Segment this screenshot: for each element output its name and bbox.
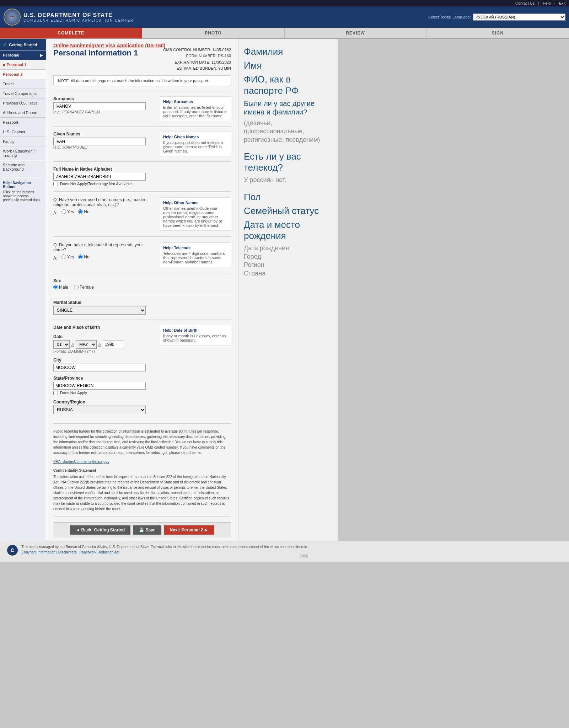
paperwork-link[interactable]: Paperwork Reduction Act — [80, 550, 119, 554]
other-names-no-label[interactable]: No — [78, 209, 89, 214]
sidebar-label-address-phone: Address and Phone — [3, 111, 37, 115]
reporting-text: Public reporting burden for this collect… — [53, 429, 231, 455]
dob-help-title: Help: Date of Birth — [163, 328, 228, 332]
note-box: NOTE: All data on this page must match t… — [53, 75, 231, 86]
back-button[interactable]: ◄ Back: Getting Started — [70, 525, 130, 535]
other-names-no-radio[interactable] — [78, 209, 83, 214]
disclaimers-link[interactable]: Disclaimers — [58, 550, 77, 554]
year-input[interactable] — [103, 341, 124, 348]
surnames-input[interactable] — [53, 102, 146, 110]
dob-help-text: If day or month is unknown, enter as sho… — [163, 334, 228, 342]
sidebar-item-work-education[interactable]: Work / Education / Training — [0, 146, 46, 160]
surnames-section: Help: Surnames Enter all surnames as lis… — [53, 96, 231, 121]
footer-content: C This site is managed by the Bureau of … — [7, 545, 562, 558]
next-button[interactable]: Next: Personal 2 ► — [164, 525, 214, 535]
form-link[interactable]: Online Nonimmigrant Visa Application (DS… — [53, 43, 165, 48]
sex-male-label[interactable]: Male — [53, 285, 68, 290]
copyright-link[interactable]: Copyright Information — [21, 550, 55, 554]
sex-female-label[interactable]: Female — [74, 285, 94, 290]
ru-full-name: ФИО, как в паспорте РФ — [244, 74, 332, 96]
sidebar-label-work-education: Work / Education / Training — [3, 149, 43, 157]
month-select[interactable]: JANFEBMAR APRMAYJUN JULAUGSEP OCTNOVDEC — [76, 340, 97, 349]
telecode-no-label[interactable]: No — [78, 255, 89, 259]
state-does-not-apply-checkbox[interactable] — [53, 391, 58, 395]
other-names-yes-radio[interactable] — [61, 209, 66, 214]
sidebar-help-text: Click on the buttons above to access pre… — [3, 190, 43, 202]
sex-section: Sex Male Female — [53, 278, 231, 290]
sex-male-radio[interactable] — [53, 285, 58, 289]
sidebar: ✓ Getting Started Personal ▶ ■ Personal … — [0, 39, 46, 541]
check-icon: ✓ — [3, 42, 7, 47]
full-name-section: Full Name in Native Alphabet Does Not Ap… — [53, 167, 231, 186]
given-names-section: Help: Given Names If your passport does … — [53, 132, 231, 156]
other-names-yes-label[interactable]: Yes — [61, 209, 74, 214]
sidebar-label-personal: Personal — [3, 53, 19, 57]
conf-title: Confidentiality Statement — [53, 468, 231, 473]
marital-select[interactable]: SINGLE MARRIED WIDOWED DIVORCED SEPARATE… — [53, 306, 146, 315]
full-name-input[interactable] — [53, 173, 146, 181]
tab-sign[interactable]: SIGN — [427, 28, 569, 38]
sex-female-radio[interactable] — [74, 285, 79, 289]
save-button[interactable]: 💾 Save — [133, 525, 161, 535]
sidebar-item-getting-started[interactable]: ✓ Getting Started — [0, 39, 46, 50]
language-select[interactable]: РУССКИЙ (RUSSIAN) ENGLISH — [473, 14, 565, 21]
telecode-yes-radio[interactable] — [61, 255, 66, 259]
sidebar-item-personal2[interactable]: Personal 2 — [0, 70, 46, 79]
date-row: 010203 △ JANFEBMAR APRMAYJUN JULAUGSEP O… — [53, 340, 156, 349]
given-names-input[interactable] — [53, 138, 146, 145]
sidebar-item-personal1[interactable]: ■ Personal 1 — [0, 60, 46, 70]
tab-photo[interactable]: PHOTO — [142, 28, 284, 38]
arrow-icon: ▶ — [40, 53, 43, 57]
sidebar-item-personal[interactable]: Personal ▶ — [0, 50, 46, 60]
state-label: State/Province — [53, 376, 231, 381]
sidebar-item-us-contact[interactable]: U.S. Contact — [0, 127, 46, 137]
page-number: (206) — [21, 554, 308, 558]
conf-text: The information asked for on this form i… — [53, 474, 231, 512]
reporting-email: PRA_BurdenComments@state.gov — [53, 459, 231, 464]
other-names-radio-group: Yes No — [61, 209, 90, 214]
sidebar-item-travel[interactable]: Travel — [0, 79, 46, 89]
tab-complete[interactable]: COMPLETE — [0, 28, 142, 38]
sidebar-item-security[interactable]: Security and Background — [0, 160, 46, 174]
full-name-label: Full Name in Native Alphabet — [53, 167, 231, 172]
burden-value: 90 MIN — [219, 66, 231, 70]
exit-link[interactable]: Exit — [559, 1, 565, 5]
omb-label: OMB CONTROL NUMBER: — [163, 48, 211, 52]
given-names-help-title: Help: Given Names — [163, 135, 228, 139]
burden-label: ESTIMATED BURDEN: — [177, 66, 218, 70]
confidentiality-section: Confidentiality Statement The informatio… — [53, 468, 231, 512]
help-link[interactable]: Help — [543, 1, 551, 5]
ru-sex: Пол — [244, 192, 332, 203]
marital-section: Marital Status SINGLE MARRIED WIDOWED DI… — [53, 300, 231, 315]
tab-review[interactable]: REVIEW — [285, 28, 427, 38]
pra-email-link[interactable]: PRA_BurdenComments@state.gov — [53, 460, 109, 464]
sidebar-item-family[interactable]: Family — [0, 137, 46, 146]
dept-subtitle: CONSULAR ELECTRONIC APPLICATION CENTER — [23, 18, 134, 22]
state-input[interactable] — [53, 382, 146, 390]
given-names-help: Help: Given Names If your passport does … — [160, 132, 231, 156]
telecode-yes-label[interactable]: Yes — [61, 255, 74, 259]
sidebar-label-personal2: Personal 2 — [3, 72, 23, 76]
telecode-no-radio[interactable] — [78, 255, 83, 259]
sidebar-label-personal1: Personal 1 — [7, 63, 27, 67]
ru-family: Фамилия — [244, 46, 332, 57]
sidebar-item-address-phone[interactable]: Address and Phone — [0, 108, 46, 118]
does-not-apply-label: Does Not Apply/Technology Not Available — [60, 182, 132, 186]
contact-link[interactable]: Contact Us — [515, 1, 535, 5]
city-input[interactable] — [53, 364, 146, 371]
sidebar-item-passport[interactable]: Passport — [0, 118, 46, 127]
country-select[interactable]: RUSSIA UNITED STATES — [53, 406, 146, 414]
sidebar-item-travel-companions[interactable]: Travel Companions — [0, 89, 46, 98]
telecode-a-label: A: — [53, 255, 57, 260]
date-sep1: △ — [71, 342, 74, 347]
sidebar-label-getting-started: Getting Started — [9, 43, 37, 47]
sidebar-label-travel: Travel — [3, 82, 14, 86]
does-not-apply-checkbox[interactable] — [53, 182, 58, 186]
dob-section: Help: Date of Birth If day or month is u… — [53, 325, 231, 418]
city-label: City — [53, 358, 231, 363]
day-select[interactable]: 010203 — [53, 340, 70, 349]
sidebar-item-previous-travel[interactable]: Previous U.S. Travel — [0, 98, 46, 108]
other-names-help-title: Help: Other Names — [163, 200, 228, 205]
form-value: DS-160 — [218, 54, 231, 58]
other-names-section: Help: Other Names Other names used inclu… — [53, 197, 231, 231]
